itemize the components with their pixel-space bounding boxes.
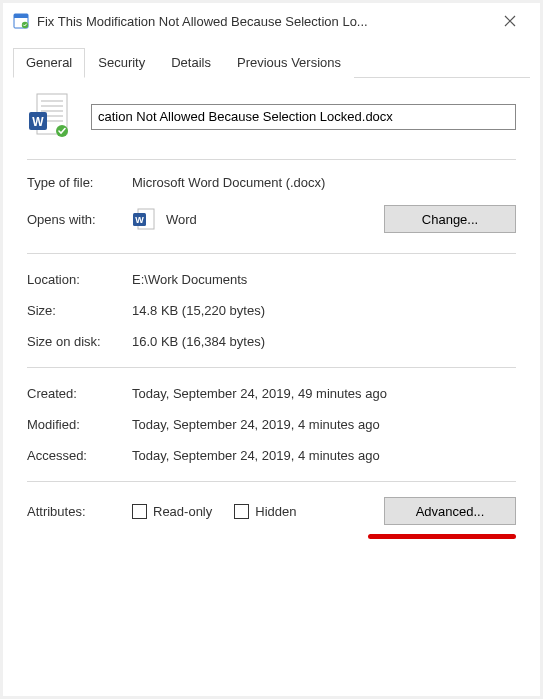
tab-security[interactable]: Security: [85, 48, 158, 78]
window-title: Fix This Modification Not Allowed Becaus…: [37, 14, 490, 29]
checkbox-box-icon: [234, 504, 249, 519]
label-modified: Modified:: [27, 417, 132, 432]
checkbox-read-only[interactable]: Read-only: [132, 504, 212, 519]
close-button[interactable]: [490, 3, 530, 39]
change-button[interactable]: Change...: [384, 205, 516, 233]
separator: [27, 367, 516, 368]
label-size: Size:: [27, 303, 132, 318]
value-opens-with: Word: [166, 212, 384, 227]
highlight-annotation: [368, 534, 516, 539]
word-app-icon: W: [132, 207, 156, 231]
separator: [27, 253, 516, 254]
tab-previous-versions[interactable]: Previous Versions: [224, 48, 354, 78]
label-type-of-file: Type of file:: [27, 175, 132, 190]
separator: [27, 159, 516, 160]
svg-text:W: W: [32, 115, 44, 129]
tab-details[interactable]: Details: [158, 48, 224, 78]
file-type-icon: W: [27, 92, 71, 141]
value-modified: Today, September 24, 2019, 4 minutes ago: [132, 417, 516, 432]
general-panel: W Type of file: Microsoft Word Document …: [3, 78, 540, 553]
value-size: 14.8 KB (15,220 bytes): [132, 303, 516, 318]
checkbox-box-icon: [132, 504, 147, 519]
tab-strip: General Security Details Previous Versio…: [13, 47, 530, 78]
close-icon: [504, 15, 516, 27]
label-size-on-disk: Size on disk:: [27, 334, 132, 349]
separator: [27, 481, 516, 482]
titlebar: Fix This Modification Not Allowed Becaus…: [3, 3, 540, 39]
value-accessed: Today, September 24, 2019, 4 minutes ago: [132, 448, 516, 463]
value-size-on-disk: 16.0 KB (16,384 bytes): [132, 334, 516, 349]
checkbox-hidden[interactable]: Hidden: [234, 504, 296, 519]
label-attributes: Attributes:: [27, 504, 132, 519]
value-type-of-file: Microsoft Word Document (.docx): [132, 175, 516, 190]
value-location: E:\Work Documents: [132, 272, 516, 287]
svg-text:W: W: [135, 215, 144, 225]
label-accessed: Accessed:: [27, 448, 132, 463]
checkbox-hidden-label: Hidden: [255, 504, 296, 519]
advanced-button[interactable]: Advanced...: [384, 497, 516, 525]
value-created: Today, September 24, 2019, 49 minutes ag…: [132, 386, 516, 401]
label-created: Created:: [27, 386, 132, 401]
checkbox-read-only-label: Read-only: [153, 504, 212, 519]
tab-general[interactable]: General: [13, 48, 85, 78]
svg-rect-1: [14, 14, 28, 18]
label-location: Location:: [27, 272, 132, 287]
label-opens-with: Opens with:: [27, 212, 132, 227]
properties-icon: [13, 13, 29, 29]
filename-input[interactable]: [91, 104, 516, 130]
